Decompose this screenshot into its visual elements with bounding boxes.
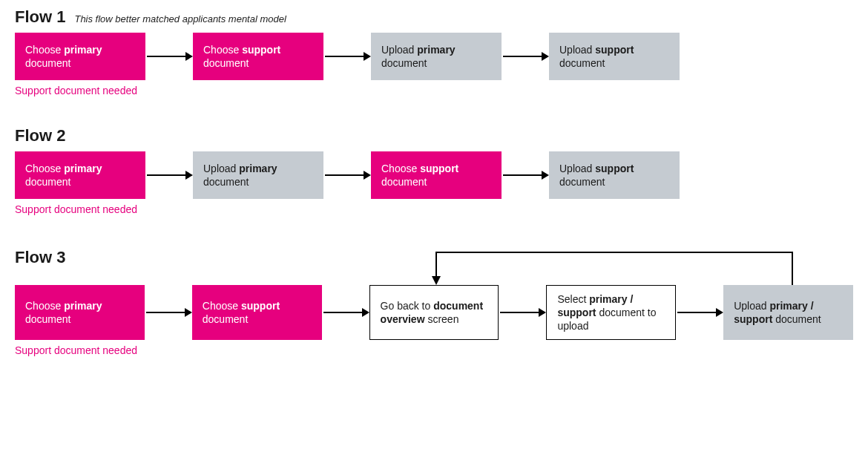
svg-marker-1 <box>185 52 193 61</box>
arrow-icon <box>145 33 193 80</box>
flow-caption: Support document needed <box>15 85 853 96</box>
step-label: Choose support document <box>203 43 313 70</box>
loopback-arrow-icon <box>371 245 853 285</box>
flow-3: Flow 3 Choose primary document Choose su… <box>15 245 853 356</box>
arrow-icon <box>145 151 193 199</box>
svg-marker-3 <box>364 52 371 61</box>
arrow-icon <box>499 289 546 336</box>
flow-row: Choose primary document Choose support d… <box>15 285 853 340</box>
step-label: Upload support document <box>559 162 669 189</box>
step-choose-primary: Choose primary document <box>15 151 145 199</box>
step-upload-primary: Upload primary document <box>371 33 502 80</box>
flow-title: Flow 2 <box>15 126 65 145</box>
svg-marker-14 <box>185 308 192 317</box>
arrow-icon <box>322 289 369 336</box>
step-label: Choose primary document <box>25 162 135 189</box>
arrow-icon <box>323 151 371 199</box>
step-label: Choose primary document <box>25 43 135 70</box>
flow-subtitle: This flow better matched applicants ment… <box>74 13 286 24</box>
svg-marker-5 <box>542 52 549 61</box>
step-choose-primary: Choose primary document <box>15 285 145 340</box>
arrow-icon <box>145 289 192 336</box>
step-label: Select primary / support document to upl… <box>557 292 665 333</box>
flow-title: Flow 1 <box>15 7 65 27</box>
step-label: Choose primary document <box>25 299 134 326</box>
flow-header: Flow 2 <box>15 126 853 145</box>
arrow-icon <box>502 151 549 199</box>
flow-title: Flow 3 <box>15 248 65 267</box>
svg-marker-11 <box>542 171 549 180</box>
svg-marker-16 <box>362 308 369 317</box>
step-choose-support: Choose support document <box>193 33 323 80</box>
step-label: Upload primary document <box>203 162 313 189</box>
step-go-back-overview: Go back to document overview screen <box>369 285 499 340</box>
svg-marker-20 <box>716 308 723 317</box>
flow-caption: Support document needed <box>15 344 853 356</box>
step-upload-support: Upload support document <box>549 151 680 199</box>
flow-2: Flow 2 Choose primary document Upload pr… <box>15 126 853 215</box>
flow-row: Choose primary document Choose support d… <box>15 33 853 80</box>
svg-marker-12 <box>432 276 441 285</box>
svg-marker-7 <box>185 171 193 180</box>
step-label: Choose support document <box>203 299 312 326</box>
step-label: Upload primary / support document <box>734 299 843 326</box>
arrow-icon <box>502 33 549 80</box>
step-select-to-upload: Select primary / support document to upl… <box>546 285 676 340</box>
flow-row: Choose primary document Upload primary d… <box>15 151 853 199</box>
step-upload-document: Upload primary / support document <box>723 285 853 340</box>
arrow-icon <box>676 289 723 336</box>
svg-marker-9 <box>364 171 371 180</box>
flow-header: Flow 3 <box>15 248 371 267</box>
step-label: Choose support document <box>381 162 491 189</box>
flow-header: Flow 1 This flow better matched applican… <box>15 7 853 27</box>
step-choose-support: Choose support document <box>192 285 322 340</box>
step-label: Go back to document overview screen <box>381 299 488 326</box>
step-label: Upload support document <box>559 43 669 70</box>
step-choose-primary: Choose primary document <box>15 33 145 80</box>
flow-1: Flow 1 This flow better matched applican… <box>15 7 853 96</box>
step-upload-support: Upload support document <box>549 33 680 80</box>
svg-marker-18 <box>539 308 546 317</box>
arrow-icon <box>323 33 371 80</box>
step-upload-primary: Upload primary document <box>193 151 323 199</box>
step-label: Upload primary document <box>381 43 491 70</box>
step-choose-support: Choose support document <box>371 151 502 199</box>
flow-caption: Support document needed <box>15 203 853 215</box>
